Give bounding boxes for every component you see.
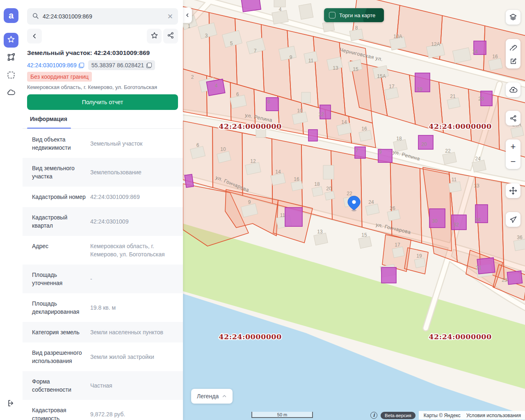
map-canvas[interactable]: 1357911131515A4810A12A14161719212326A246… <box>183 0 525 420</box>
info-icon[interactable]: i <box>370 412 377 419</box>
info-table: Вид объекта недвижимостиЗемельный участо… <box>23 129 183 420</box>
zoom-group: + − <box>506 139 520 169</box>
table-row: Вид разрешенного использованияЗемли жило… <box>23 342 183 371</box>
search-bar[interactable]: ✕ <box>27 8 178 25</box>
parcel-number: 23 <box>502 277 507 283</box>
sidebar-item-favorites[interactable] <box>4 33 18 48</box>
copy-icon[interactable] <box>146 63 152 68</box>
tab-information[interactable]: Информация <box>30 116 67 122</box>
parcel-number: 15 <box>353 66 358 72</box>
parcel-number: 14 <box>472 49 478 55</box>
row-value: Землепользование <box>86 164 178 180</box>
parcel-number: 2 <box>191 74 194 80</box>
share-icon <box>509 114 517 122</box>
ruler-button[interactable] <box>506 39 520 54</box>
share-map-button[interactable] <box>506 111 520 126</box>
locate-button[interactable] <box>506 212 520 227</box>
quarter-label[interactable]: 42:24:0000000 <box>219 122 281 130</box>
parcel-number: 13 <box>317 229 323 235</box>
parcel-number: 19 <box>417 87 422 92</box>
parcel-number: 10A <box>393 34 402 39</box>
parcel-number: 13 <box>333 65 338 71</box>
app-logo[interactable]: a <box>4 8 18 23</box>
parcel-number: 6 <box>196 142 199 148</box>
parcel-number: 30 <box>432 218 438 224</box>
row-value: 42:24:0301009 <box>86 213 178 230</box>
parcel-number: 15 <box>361 232 367 238</box>
object-header <box>27 29 178 43</box>
row-label: Вид разрешенного использования <box>32 349 86 365</box>
parcel-number: 23 <box>478 96 484 102</box>
search-input[interactable] <box>43 13 167 20</box>
coordinates-chip[interactable]: 55.38397 86.028421 <box>88 60 155 70</box>
parcel-number: 20 <box>326 186 332 192</box>
parcel-number: 20 <box>421 142 427 147</box>
parcel-number: 11 <box>280 212 285 218</box>
row-label: Адрес <box>32 242 86 258</box>
id-chips: 42:24:0301009:869 55.38397 86.028421 <box>27 60 155 70</box>
cloud-icon <box>7 88 16 99</box>
back-button[interactable] <box>27 29 42 43</box>
map-base-layer: 1357911131515A4810A12A14161719212326A246… <box>183 0 525 420</box>
parcel-number: 32 <box>453 222 459 228</box>
cadastral-number-link[interactable]: 42:24:0301009:869 <box>27 62 84 68</box>
active-tab-underline <box>27 128 71 129</box>
pan-button[interactable] <box>506 183 520 198</box>
app-root: a <box>0 0 525 420</box>
parcel-number: 24 <box>475 156 481 162</box>
parcel-number: 7 <box>254 48 257 54</box>
object-address: Кемеровская область, г. Кемерово, ул. Бо… <box>27 84 178 90</box>
sidebar-item-exit[interactable] <box>4 397 18 411</box>
parcel-number: 24 <box>368 199 374 205</box>
parcel-number: 18 <box>314 181 320 187</box>
share-button[interactable] <box>163 29 178 43</box>
quarter-label[interactable]: 42:24:0000000 <box>429 122 491 130</box>
row-label: Кадастровая стоимость <box>32 406 86 420</box>
zoom-in-button[interactable]: + <box>506 139 520 154</box>
cloud-upload-icon <box>509 86 518 94</box>
row-value: 42:24:0301009:869 <box>86 193 178 201</box>
layers-button[interactable] <box>506 10 520 25</box>
table-row: Вид объекта недвижимостиЗемельный участо… <box>23 129 183 158</box>
parcel-number: 17 <box>395 242 400 248</box>
quarter-label[interactable]: 42:24:0000000 <box>429 333 491 341</box>
parcel-number: 19 <box>416 253 422 259</box>
edit-button[interactable] <box>506 54 520 68</box>
favorite-button[interactable] <box>147 29 162 43</box>
row-value: 9,872.28 руб. <box>86 406 178 420</box>
star-outline-icon <box>151 32 158 41</box>
table-row: АдресКемеровская область, г. Кемерово, у… <box>23 236 183 265</box>
auctions-on-map-toggle[interactable]: Торги на карте <box>324 8 384 22</box>
legend-button[interactable]: Легенда <box>191 389 233 404</box>
parcel-number: 10 <box>220 146 226 152</box>
copyright-link[interactable]: Карты © Яндекс <box>424 413 461 418</box>
parcel-number: 5 <box>230 41 233 46</box>
checkbox-icon[interactable] <box>329 12 336 18</box>
clear-search-icon[interactable]: ✕ <box>167 13 173 20</box>
row-label: Площадь декларированная <box>32 299 86 316</box>
row-value: Земли жилой застройки <box>86 349 178 365</box>
sidebar-item-draw-polygon[interactable] <box>4 50 18 65</box>
measure-edit-group <box>506 39 520 68</box>
terms-link[interactable]: Условия использования <box>466 413 521 418</box>
row-value: Частная <box>86 377 178 394</box>
ruler-icon <box>509 43 517 50</box>
detail-panel: ✕ Земельный участок: 42:24:0301009:869 4… <box>23 0 183 420</box>
collapse-panel-button[interactable] <box>183 7 192 23</box>
parcel-number: 4 <box>279 7 282 12</box>
parcel-number: 9 <box>290 55 292 60</box>
quarter-label[interactable]: 42:24:0000000 <box>219 333 281 341</box>
zoom-out-button[interactable]: − <box>506 154 520 169</box>
upload-button[interactable] <box>506 82 520 97</box>
beta-badge: Beta-версия <box>381 412 415 419</box>
copy-icon[interactable] <box>79 63 84 68</box>
plus-icon: + <box>511 142 516 151</box>
sidebar-item-cloud[interactable] <box>4 86 18 101</box>
parcel-number: 26 <box>390 205 395 211</box>
sidebar-item-select-area[interactable] <box>4 68 18 83</box>
minus-icon: − <box>511 157 516 166</box>
tab-bar: Информация <box>23 114 183 129</box>
get-report-button[interactable]: Получить отчет <box>27 94 178 110</box>
row-label: Вид земельного участка <box>32 164 86 180</box>
parcel-number: 15A <box>377 73 386 79</box>
